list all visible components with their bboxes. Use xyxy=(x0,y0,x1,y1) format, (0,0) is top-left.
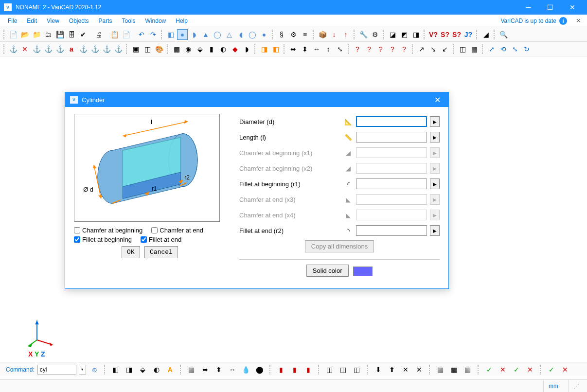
sphere-icon[interactable]: ● xyxy=(259,29,269,40)
open-icon[interactable]: 📂 xyxy=(19,29,30,40)
menu-window[interactable]: Window xyxy=(141,16,171,26)
extrude-icon[interactable]: ▦ xyxy=(171,44,182,54)
bottom-tool-13-icon[interactable]: ▮ xyxy=(303,364,314,375)
workspace[interactable]: X Y Z V Cylinder ✕ xyxy=(0,56,587,362)
status-units[interactable]: mm xyxy=(543,380,563,392)
boolean-icon[interactable]: ◆ xyxy=(230,44,240,54)
r2-input[interactable] xyxy=(356,225,427,236)
new-icon[interactable]: 📄 xyxy=(8,29,18,40)
measure-1-icon[interactable]: ↗ xyxy=(416,44,427,54)
minimize-button[interactable]: ─ xyxy=(517,0,539,15)
r1-input[interactable] xyxy=(356,178,427,189)
maximize-button[interactable]: ☐ xyxy=(539,0,561,15)
bottom-tool-19-icon[interactable]: ✕ xyxy=(400,364,411,375)
bottom-tool-18-icon[interactable]: ⬆ xyxy=(387,364,397,375)
thread-icon[interactable]: ≡ xyxy=(300,29,310,40)
command-run-icon[interactable]: ⎋ xyxy=(89,364,100,375)
pipe-icon[interactable]: ◯ xyxy=(212,29,223,40)
sweep-icon[interactable]: ⬙ xyxy=(195,44,205,54)
dialog-close-button[interactable]: ✕ xyxy=(431,94,444,106)
anchor-3-icon[interactable]: ⚓ xyxy=(43,44,53,54)
arrow-up-icon[interactable]: ↑ xyxy=(340,29,351,40)
anchor-2-icon[interactable]: ⚓ xyxy=(31,44,42,54)
shell-icon[interactable]: ◐ xyxy=(218,44,229,54)
move-1-icon[interactable]: ◨ xyxy=(259,44,269,54)
fillet-end-checkbox[interactable]: Fillet at end xyxy=(141,236,181,243)
elbow-icon[interactable]: ◖ xyxy=(235,29,246,40)
open-folder-icon[interactable]: 🗂 xyxy=(43,29,53,40)
measure-3-icon[interactable]: ↙ xyxy=(440,44,450,54)
undo-icon[interactable]: ↶ xyxy=(136,29,147,40)
cancel-button[interactable]: Cancel xyxy=(144,246,178,258)
transform-4-icon[interactable]: ↻ xyxy=(521,44,532,54)
align-4-icon[interactable]: ↕ xyxy=(323,44,334,54)
align-1-icon[interactable]: ⬌ xyxy=(288,44,299,54)
solid-color-button[interactable]: Solid color xyxy=(306,265,349,277)
anchor-6-icon[interactable]: ⚓ xyxy=(89,44,100,54)
tool-b-icon[interactable]: ⚙ xyxy=(370,29,380,40)
bottom-tool-15-icon[interactable]: ◫ xyxy=(338,364,349,375)
check-icon[interactable]: ✔ xyxy=(78,29,89,40)
menu-tools[interactable]: Tools xyxy=(117,16,141,26)
bottom-tool-28-icon[interactable]: ✓ xyxy=(546,364,557,375)
torus-icon[interactable]: ◯ xyxy=(247,29,258,40)
menu-help[interactable]: Help xyxy=(171,16,193,26)
color-swatch[interactable] xyxy=(353,267,373,276)
bottom-tool-17-icon[interactable]: ⬇ xyxy=(373,364,384,375)
bottom-tool-25-icon[interactable]: ✕ xyxy=(498,364,508,375)
info-icon[interactable]: i xyxy=(559,17,567,25)
part-a-icon[interactable]: ◪ xyxy=(387,29,398,40)
zoom-icon[interactable]: 🔍 xyxy=(498,29,509,40)
dialog-title-bar[interactable]: V Cylinder ✕ xyxy=(65,92,448,107)
anchor-5-icon[interactable]: ⚓ xyxy=(78,44,89,54)
redo-icon[interactable]: ↷ xyxy=(148,29,159,40)
r1-more-button[interactable]: ▶ xyxy=(430,178,440,189)
pyramid-icon[interactable]: △ xyxy=(224,29,234,40)
save-all-icon[interactable]: 🗄 xyxy=(66,29,77,40)
diameter-more-button[interactable]: ▶ xyxy=(430,116,440,127)
close-button[interactable]: ✕ xyxy=(561,0,583,15)
copy-icon[interactable]: 📋 xyxy=(109,29,120,40)
cone-frustum-icon[interactable]: ◗ xyxy=(189,29,199,40)
transform-3-icon[interactable]: ⤡ xyxy=(510,44,520,54)
print-icon[interactable]: 🖨 xyxy=(93,29,104,40)
part-b-icon[interactable]: ◩ xyxy=(399,29,409,40)
align-2-icon[interactable]: ⬍ xyxy=(300,44,310,54)
bottom-tool-11-icon[interactable]: ▮ xyxy=(276,364,286,375)
gear-icon[interactable]: ⚙ xyxy=(288,29,299,40)
bottom-tool-29-icon[interactable]: ✕ xyxy=(560,364,570,375)
arrow-down-icon[interactable]: ↓ xyxy=(329,29,339,40)
menu-parts[interactable]: Parts xyxy=(94,16,117,26)
box-icon[interactable]: ◧ xyxy=(165,29,176,40)
bottom-tool-23-icon[interactable]: ▦ xyxy=(462,364,473,375)
chamfer-end-checkbox[interactable]: Chamfer at end xyxy=(151,227,203,234)
text-a-icon[interactable]: a xyxy=(66,44,77,54)
length-more-button[interactable]: ▶ xyxy=(430,132,440,143)
query-3-icon[interactable]: ? xyxy=(375,44,386,54)
spring-icon[interactable]: § xyxy=(276,29,287,40)
wireframe-icon[interactable]: ▣ xyxy=(130,44,141,54)
view-2-icon[interactable]: ▦ xyxy=(469,44,480,54)
menu-view[interactable]: View xyxy=(42,16,64,26)
query-4-icon[interactable]: ? xyxy=(387,44,398,54)
chamfer-begin-checkbox[interactable]: Chamfer at beginning xyxy=(74,227,142,234)
diameter-input[interactable] xyxy=(356,116,427,127)
bottom-tool-7-icon[interactable]: ⬍ xyxy=(213,364,224,375)
fillet3d-icon[interactable]: ◗ xyxy=(241,44,252,54)
help-j-icon[interactable]: J? xyxy=(463,29,474,40)
command-dropdown[interactable]: ▾ xyxy=(79,365,86,374)
revolve-icon[interactable]: ◉ xyxy=(183,44,194,54)
bottom-tool-12-icon[interactable]: ▮ xyxy=(289,364,300,375)
anchor-4-icon[interactable]: ⚓ xyxy=(54,44,65,54)
bottom-tool-24-icon[interactable]: ✓ xyxy=(484,364,495,375)
bottom-tool-9-icon[interactable]: 💧 xyxy=(241,364,251,375)
bottom-tool-6-icon[interactable]: ⬌ xyxy=(200,364,211,375)
save-icon[interactable]: 💾 xyxy=(54,29,65,40)
bottom-tool-1-icon[interactable]: ◧ xyxy=(110,364,121,375)
measure-2-icon[interactable]: ↘ xyxy=(428,44,439,54)
align-5-icon[interactable]: ⤡ xyxy=(335,44,345,54)
transform-1-icon[interactable]: ⤢ xyxy=(486,44,497,54)
resize-grip-icon[interactable]: ⋰ xyxy=(568,380,583,392)
cone-icon[interactable]: ▲ xyxy=(200,29,211,40)
open-recent-icon[interactable]: 📁 xyxy=(31,29,42,40)
